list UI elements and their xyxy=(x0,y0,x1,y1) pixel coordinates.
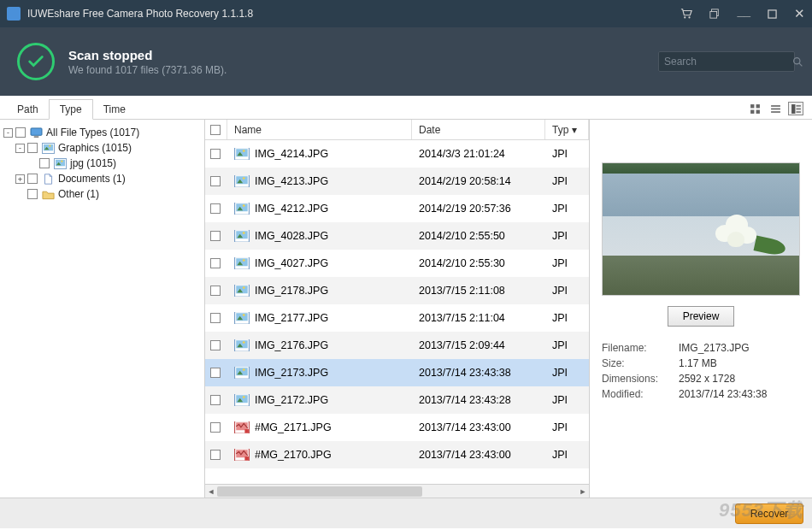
tree-item[interactable]: +Documents (1) xyxy=(3,171,201,186)
horizontal-scrollbar[interactable]: ◄ ► xyxy=(205,484,589,498)
search-box[interactable] xyxy=(658,51,795,72)
cart-icon[interactable] xyxy=(680,8,692,20)
tree-item[interactable]: -Graphics (1015) xyxy=(3,140,201,156)
image-icon xyxy=(234,394,250,406)
minimize-icon[interactable]: __ xyxy=(737,4,750,18)
column-type[interactable]: Typ▾ xyxy=(545,120,589,139)
column-date[interactable]: Date xyxy=(412,120,545,139)
image-icon xyxy=(234,312,250,324)
select-all-checkbox[interactable] xyxy=(210,125,221,135)
table-row[interactable]: IMG_2177.JPG2013/7/15 2:11:04JPI xyxy=(205,304,589,332)
row-checkbox[interactable] xyxy=(210,231,221,241)
table-row[interactable]: #MG_2170.JPG2013/7/14 23:43:00JPI xyxy=(205,441,589,468)
tree-item[interactable]: Other (1) xyxy=(3,186,201,202)
image-icon xyxy=(234,203,250,215)
row-type: JPI xyxy=(545,367,589,379)
svg-point-47 xyxy=(243,259,245,262)
watermark: 9553下载 xyxy=(719,498,803,523)
tree-pane[interactable]: -All File Types (1017)-Graphics (1015)jp… xyxy=(0,120,205,498)
tab-time[interactable]: Time xyxy=(93,100,136,119)
row-filename: IMG_4212.JPG xyxy=(255,203,328,215)
table-row[interactable]: IMG_4214.JPG2014/3/3 21:01:24JPI xyxy=(205,140,589,168)
svg-rect-18 xyxy=(31,127,42,134)
meta-label-filename: Filename: xyxy=(602,342,679,354)
row-checkbox[interactable] xyxy=(210,313,221,323)
row-checkbox[interactable] xyxy=(210,340,221,350)
row-checkbox[interactable] xyxy=(210,395,221,405)
row-checkbox[interactable] xyxy=(210,422,221,433)
tree-checkbox[interactable] xyxy=(27,143,38,153)
svg-rect-12 xyxy=(771,108,780,109)
pic-icon xyxy=(53,157,67,169)
tree-label: jpg (1015) xyxy=(70,157,116,169)
scroll-left-icon[interactable]: ◄ xyxy=(205,485,217,498)
tree-toggle-icon[interactable]: + xyxy=(15,174,25,184)
view-detail-icon[interactable] xyxy=(788,102,803,115)
tree-checkbox[interactable] xyxy=(27,174,38,184)
close-icon[interactable]: ✕ xyxy=(794,6,805,21)
svg-point-23 xyxy=(49,144,50,146)
row-checkbox[interactable] xyxy=(210,149,221,159)
row-filename: IMG_4027.JPG xyxy=(255,257,328,269)
table-row[interactable]: IMG_4028.JPG2014/2/10 2:55:50JPI xyxy=(205,222,589,250)
tree-item[interactable]: jpg (1015) xyxy=(3,156,201,171)
image-icon xyxy=(234,339,250,351)
row-filename: IMG_4028.JPG xyxy=(255,230,328,242)
row-date: 2013/7/15 2:11:04 xyxy=(412,312,545,324)
row-checkbox[interactable] xyxy=(210,450,221,460)
svg-rect-9 xyxy=(750,109,754,113)
table-row[interactable]: IMG_2172.JPG2013/7/14 23:43:28JPI xyxy=(205,386,589,414)
tab-path[interactable]: Path xyxy=(7,100,49,119)
tree-checkbox[interactable] xyxy=(39,158,50,168)
tree-checkbox[interactable] xyxy=(27,189,38,199)
scroll-thumb[interactable] xyxy=(217,486,422,497)
row-checkbox[interactable] xyxy=(210,286,221,296)
tree-toggle-icon[interactable]: - xyxy=(15,144,25,153)
table-row[interactable]: IMG_4212.JPG2014/2/19 20:57:36JPI xyxy=(205,195,589,222)
table-row[interactable]: IMG_4213.JPG2014/2/19 20:58:14JPI xyxy=(205,168,589,195)
row-date: 2014/2/19 20:57:36 xyxy=(412,203,545,215)
svg-point-35 xyxy=(243,177,245,180)
row-checkbox[interactable] xyxy=(210,203,221,214)
meta-label-dimensions: Dimensions: xyxy=(602,373,679,385)
maximize-icon[interactable] xyxy=(768,9,777,19)
table-row[interactable]: #MG_2171.JPG2013/7/14 23:43:00JPI xyxy=(205,414,589,441)
row-filename: IMG_4213.JPG xyxy=(255,175,328,187)
row-type: JPI xyxy=(545,312,589,324)
tree-item[interactable]: -All File Types (1017) xyxy=(3,125,201,140)
table-row[interactable]: IMG_2178.JPG2013/7/15 2:11:08JPI xyxy=(205,277,589,304)
column-name[interactable]: Name xyxy=(227,120,412,139)
meta-value-dimensions: 2592 x 1728 xyxy=(679,373,800,385)
broken-image-icon xyxy=(234,449,250,461)
svg-point-1 xyxy=(689,16,691,18)
row-checkbox[interactable] xyxy=(210,176,221,186)
row-filename: #MG_2170.JPG xyxy=(255,449,332,461)
table-row[interactable]: IMG_2176.JPG2013/7/15 2:09:44JPI xyxy=(205,332,589,359)
tab-type[interactable]: Type xyxy=(49,99,93,120)
view-list-icon[interactable] xyxy=(768,102,783,115)
scroll-right-icon[interactable]: ► xyxy=(577,485,589,498)
row-filename: #MG_2171.JPG xyxy=(255,421,332,433)
view-grid-icon[interactable] xyxy=(747,102,762,115)
search-input[interactable] xyxy=(664,56,792,68)
tree-toggle-icon[interactable]: - xyxy=(3,128,13,138)
restore-down-icon[interactable] xyxy=(709,9,720,19)
row-checkbox[interactable] xyxy=(210,368,221,378)
row-type: JPI xyxy=(545,175,589,187)
app-icon xyxy=(7,7,21,21)
svg-rect-15 xyxy=(796,105,800,106)
row-date: 2013/7/14 23:43:00 xyxy=(412,421,545,433)
preview-button[interactable]: Preview xyxy=(668,306,734,327)
image-icon xyxy=(234,230,250,242)
table-row[interactable]: IMG_2173.JPG2013/7/14 23:43:38JPI xyxy=(205,359,589,386)
row-date: 2014/3/3 21:01:24 xyxy=(412,148,545,160)
table-row[interactable]: IMG_4027.JPG2014/2/10 2:55:30JPI xyxy=(205,250,589,277)
status-subtext: We found 1017 files (7371.36 MB). xyxy=(68,64,227,76)
svg-rect-14 xyxy=(791,104,795,114)
svg-point-43 xyxy=(243,232,245,234)
search-icon[interactable] xyxy=(792,56,803,68)
tree-checkbox[interactable] xyxy=(15,127,26,138)
list-body[interactable]: IMG_4214.JPG2014/3/3 21:01:24JPIIMG_4213… xyxy=(205,140,589,484)
monitor-icon xyxy=(29,127,43,138)
row-checkbox[interactable] xyxy=(210,258,221,268)
